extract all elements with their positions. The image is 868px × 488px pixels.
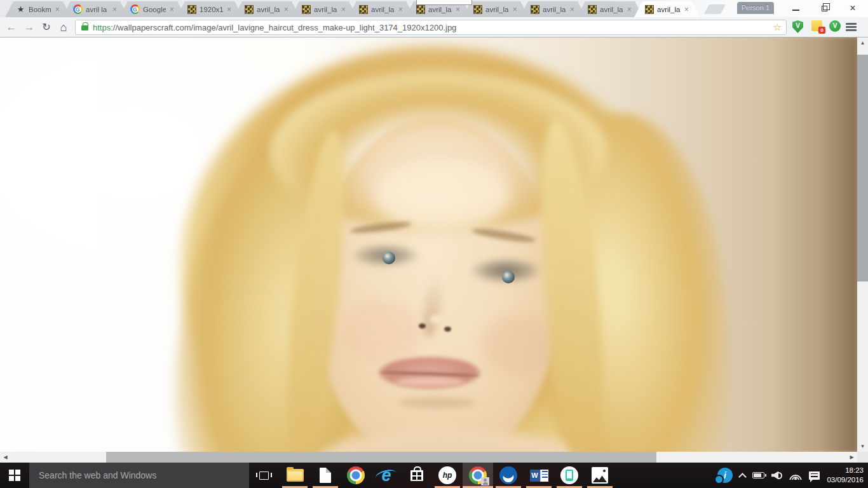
- word-icon: W: [530, 470, 548, 482]
- tab-close-icon[interactable]: ×: [339, 6, 348, 13]
- tab-label: avril_la: [657, 6, 681, 13]
- folder-icon: [287, 469, 304, 482]
- vpn-shield-extension-icon[interactable]: V: [792, 20, 803, 33]
- tab-label: avril_la: [371, 6, 395, 13]
- photo-right-eye: [502, 271, 515, 283]
- word-w-glyph: W: [530, 470, 540, 482]
- horizontal-scrollbar-thumb[interactable]: [106, 452, 656, 463]
- battery-icon[interactable]: [752, 472, 764, 478]
- tab-google[interactable]: G Google ×: [119, 1, 186, 17]
- chrome-profile-button-active[interactable]: [463, 463, 493, 488]
- image-favicon: [187, 5, 196, 14]
- taskbar-search-input[interactable]: Search the web and Windows: [29, 463, 249, 488]
- reload-button[interactable]: ↻: [39, 20, 54, 35]
- new-tab-button[interactable]: [704, 4, 726, 14]
- photo-left-cheek: [340, 301, 419, 362]
- notepad-button[interactable]: [310, 463, 341, 488]
- tab-label: 1920x1: [200, 6, 223, 13]
- wifi-icon[interactable]: [789, 471, 802, 480]
- minimize-button[interactable]: [784, 0, 807, 17]
- bookmark-star-button[interactable]: ☆: [773, 22, 782, 33]
- profile-badge[interactable]: Person 1: [737, 2, 774, 14]
- scroll-up-arrow-icon[interactable]: ▲: [857, 37, 868, 48]
- back-button[interactable]: ←: [4, 20, 19, 35]
- chrome-button[interactable]: [341, 463, 371, 488]
- tab-close-icon[interactable]: ×: [625, 6, 634, 13]
- url-text[interactable]: https://wallpaperscraft.com/image/avril_…: [93, 23, 456, 32]
- tab-avril-image-5[interactable]: avril_la ×: [463, 1, 529, 17]
- image-favicon: [588, 5, 597, 14]
- url-scheme: https: [93, 23, 111, 32]
- forward-button[interactable]: →: [22, 20, 37, 35]
- tab-avril-image-active[interactable]: avril_la ×: [634, 1, 700, 17]
- tab-avril-image-6[interactable]: avril_la ×: [520, 1, 586, 17]
- scroll-left-arrow-icon[interactable]: ◀: [0, 452, 11, 463]
- restore-button[interactable]: [813, 0, 836, 17]
- tab-close-icon[interactable]: ×: [568, 6, 576, 13]
- show-hidden-icons-chevron[interactable]: [738, 473, 747, 481]
- tab-close-icon[interactable]: ×: [511, 6, 519, 13]
- image-favicon: [416, 5, 425, 14]
- tab-avril-image-2[interactable]: avril_la ×: [291, 1, 357, 17]
- word-button[interactable]: W: [524, 463, 554, 488]
- tab-close-icon[interactable]: ×: [111, 6, 119, 13]
- tab-avril-search[interactable]: G avril la ×: [62, 1, 128, 17]
- tab-close-icon[interactable]: ×: [282, 6, 290, 13]
- tab-avril-image-1[interactable]: avril_la ×: [234, 1, 300, 17]
- photo-forehead-highlight: [375, 158, 508, 231]
- volume-icon[interactable]: [771, 471, 782, 480]
- tab-close-icon[interactable]: ×: [168, 6, 176, 13]
- tab-label: avril_la: [600, 6, 623, 13]
- scroll-down-arrow-icon[interactable]: ▼: [857, 441, 868, 452]
- notes-extension-icon[interactable]: 0: [811, 20, 822, 31]
- task-view-button[interactable]: [249, 463, 278, 488]
- clock-date: 03/09/2016: [827, 475, 864, 485]
- image-favicon: [302, 5, 311, 14]
- vertical-scrollbar[interactable]: ▲ ▼: [857, 37, 868, 452]
- photos-icon: [592, 467, 608, 484]
- tab-label: avril_la: [485, 6, 509, 13]
- tab-close-icon[interactable]: ×: [397, 6, 405, 13]
- tab-label: avril_la: [314, 6, 337, 13]
- photo-nose-tip: [430, 315, 442, 324]
- tab-1920x1200[interactable]: 1920x1 ×: [177, 1, 243, 17]
- horizontal-scrollbar[interactable]: ◀ ▶: [0, 452, 857, 463]
- scroll-right-arrow-icon[interactable]: ▶: [846, 452, 857, 463]
- close-button[interactable]: ×: [841, 0, 864, 17]
- tab-close-icon[interactable]: ×: [682, 6, 691, 13]
- system-tray: i: [717, 463, 820, 488]
- address-bar[interactable]: https://wallpaperscraft.com/image/avril_…: [75, 20, 787, 35]
- tab-bookmarks[interactable]: ★ Bookm ×: [5, 1, 71, 17]
- tab-close-icon[interactable]: ×: [225, 6, 233, 13]
- tab-close-icon[interactable]: ×: [454, 6, 462, 13]
- home-button[interactable]: ⌂: [56, 20, 71, 35]
- tab-strip: ★ Bookm × G avril la × G Google × 1920x1…: [5, 1, 691, 17]
- bookmark-star-favicon: ★: [16, 4, 25, 14]
- info-tray-icon[interactable]: i: [717, 468, 733, 483]
- windows-logo-icon: [9, 470, 20, 481]
- hp-button[interactable]: hp: [432, 463, 463, 488]
- word-doc-glyph: [540, 470, 548, 482]
- photo-right-cheek: [482, 316, 553, 374]
- menu-button[interactable]: [846, 23, 857, 32]
- blue-swoosh-app-button[interactable]: [493, 463, 524, 488]
- antivirus-shield-extension-icon[interactable]: V: [829, 20, 841, 32]
- tab-avril-image-3[interactable]: avril_la ×: [348, 1, 414, 17]
- start-button[interactable]: [0, 463, 29, 488]
- task-view-icon: [259, 471, 269, 480]
- tab-close-icon[interactable]: ×: [53, 6, 62, 13]
- store-bag-icon: [410, 470, 423, 481]
- vertical-scrollbar-thumb[interactable]: [857, 55, 868, 281]
- internet-explorer-button[interactable]: e: [371, 463, 402, 488]
- secure-lock-icon[interactable]: [81, 25, 88, 30]
- image-favicon: [531, 5, 539, 14]
- tab-avril-image-7[interactable]: avril_la ×: [577, 1, 643, 17]
- blue-swoosh-icon: [498, 464, 519, 485]
- action-center-icon[interactable]: [809, 471, 820, 480]
- photos-button[interactable]: [585, 463, 615, 488]
- photo-chin-shadow: [399, 397, 475, 409]
- device-companion-button[interactable]: [554, 463, 585, 488]
- windows-store-button[interactable]: [402, 463, 432, 488]
- file-explorer-button[interactable]: [280, 463, 310, 488]
- taskbar-clock[interactable]: 18:23 03/09/2016: [827, 466, 864, 485]
